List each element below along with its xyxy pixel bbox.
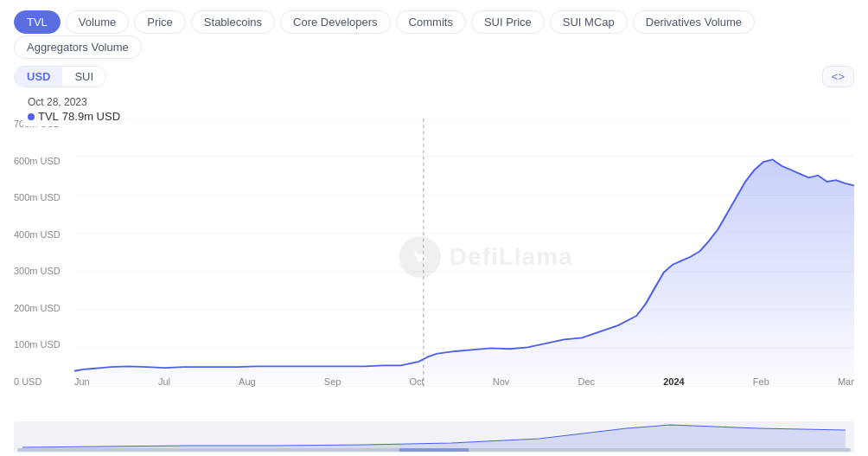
tab-price[interactable]: Price [134, 10, 186, 34]
y-axis-label: 200m USD [14, 303, 61, 313]
tab-commits[interactable]: Commits [396, 10, 466, 34]
y-axis-label: 300m USD [14, 266, 61, 276]
scrollbar-area[interactable] [14, 421, 854, 453]
tooltip-dot [28, 113, 35, 120]
currency-sui[interactable]: SUI [62, 67, 105, 87]
tab-tvl[interactable]: TVL [14, 10, 61, 34]
tab-core-developers[interactable]: Core Developers [280, 10, 391, 34]
y-axis-label: 700m USD [14, 119, 61, 129]
tooltip-metric: TVL [38, 110, 59, 123]
main-container: TVLVolumePriceStablecoinsCore Developers… [0, 0, 868, 456]
tab-stablecoins[interactable]: Stablecoins [191, 10, 275, 34]
currency-group: USDSUI [14, 66, 106, 87]
y-axis-label: 600m USD [14, 156, 61, 166]
tab-row: TVLVolumePriceStablecoinsCore Developers… [14, 10, 854, 34]
tab-volume[interactable]: Volume [66, 10, 129, 34]
main-chart-svg [74, 119, 854, 387]
y-axis-label: 500m USD [14, 192, 61, 202]
y-axis: 0 USD100m USD200m USD300m USD400m USD500… [14, 119, 61, 387]
chart-area: Oct 28, 2023 TVL 78.9m USD 0 USD100m USD… [14, 93, 854, 421]
tooltip-date: Oct 28, 2023 [28, 96, 120, 108]
chart-wrapper: Oct 28, 2023 TVL 78.9m USD 0 USD100m USD… [14, 93, 854, 421]
tab-sui-mcap[interactable]: SUI MCap [550, 10, 628, 34]
tab-row-2: Aggregators Volume [14, 35, 854, 59]
embed-button[interactable]: <> [822, 66, 854, 87]
y-axis-label: 100m USD [14, 339, 61, 350]
y-axis-label: 0 USD [14, 376, 61, 387]
currency-usd[interactable]: USD [15, 67, 62, 87]
tab-derivatives-volume[interactable]: Derivatives Volume [633, 10, 755, 34]
tab-aggregators-volume[interactable]: Aggregators Volume [14, 35, 142, 59]
svg-rect-13 [399, 448, 469, 452]
y-axis-label: 400m USD [14, 229, 61, 240]
currency-row: USDSUI <> [14, 66, 854, 87]
tab-sui-price[interactable]: SUI Price [471, 10, 545, 34]
